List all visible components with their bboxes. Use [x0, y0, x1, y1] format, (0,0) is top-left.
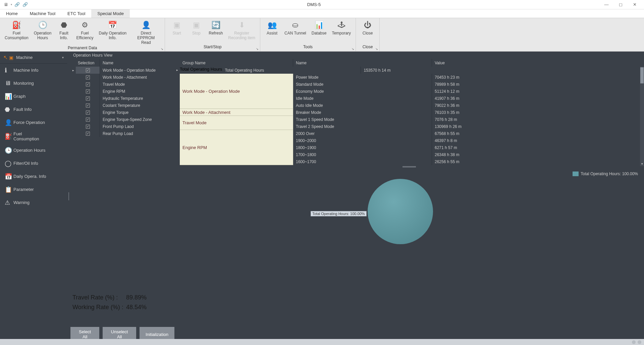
sidebar-item-fault-info[interactable]: ⬣Fault Info: [0, 103, 67, 116]
data-row[interactable]: Idle Mode41907 h 36 m: [293, 95, 640, 102]
data-row[interactable]: Total Operating Hours153570 h 14 m: [222, 67, 640, 74]
data-row[interactable]: 1900~200046397 h 8 m: [293, 137, 640, 144]
link-icon-1[interactable]: 🔗: [14, 2, 20, 8]
sidebar-item-operation-hours[interactable]: 🕒Operation Hours: [0, 144, 67, 157]
dialog-launcher-icon[interactable]: ↘: [375, 47, 378, 51]
data-value-cell: 51124 h 12 m: [432, 88, 640, 95]
ribbon-refresh[interactable]: 🔄Refresh: [206, 19, 225, 45]
ribbon-database[interactable]: 📊Databse: [309, 19, 329, 45]
sidebar-item-filter-oil-info[interactable]: ◯Filter/Oil Info: [0, 157, 67, 170]
sidebar-dropdown-icon[interactable]: ▾: [62, 56, 64, 59]
data-row[interactable]: Standard Mode78989 h 58 m: [293, 81, 640, 88]
checkbox[interactable]: ✓: [86, 125, 90, 129]
data-row[interactable]: Auto Idle Mode79022 h 36 m: [293, 102, 640, 109]
menu-tab-home[interactable]: Home: [0, 9, 24, 18]
checkbox[interactable]: ✓: [86, 75, 90, 79]
selection-row[interactable]: ✓Hydraulic Temperature: [70, 95, 174, 102]
checkbox[interactable]: ✓: [86, 89, 90, 93]
sidebar-item-machine-info[interactable]: ℹMachine Info: [0, 64, 67, 77]
ribbon-daily-operation-info[interactable]: 📅Daily OperationInfo.: [96, 19, 129, 46]
ribbon-fuel-consumption[interactable]: ⛽FuelConsumption: [2, 19, 31, 46]
data-row[interactable]: 2000 Over67568 h 55 m: [293, 130, 640, 137]
menu-tab-special-mode[interactable]: Special Mode: [91, 9, 130, 18]
fuel-consumption-icon: ⛽: [11, 20, 21, 30]
sidebar-item-label: Operation Hours: [13, 148, 45, 153]
checkbox[interactable]: ✓: [86, 132, 90, 136]
data-row[interactable]: Travel 1 Speed Mode7076 h 28 m: [293, 116, 640, 123]
monitor-icon[interactable]: 🖥: [3, 2, 9, 8]
sidebar-resize-handle[interactable]: [67, 52, 70, 345]
group-pointer: ▸: [174, 67, 180, 74]
selection-row[interactable]: ✓Engine Torque: [70, 109, 174, 116]
checkbox[interactable]: ✓: [86, 111, 90, 115]
sidebar-item-parameter[interactable]: 📋Parameter: [0, 183, 67, 196]
selection-row[interactable]: ✓Rear Pump Load: [70, 130, 174, 137]
sidebar-item-graph[interactable]: 📊Graph: [0, 90, 67, 103]
selection-row[interactable]: ✓Work Mode - Attachment: [70, 74, 174, 81]
sidebar-item-force-operation[interactable]: 👤Force Operation: [0, 116, 67, 129]
scrollbar-thumb[interactable]: [640, 67, 644, 83]
ribbon-close[interactable]: ⏻Close: [358, 19, 377, 45]
selection-row[interactable]: ✓Front Pump Laod: [70, 123, 174, 130]
dialog-launcher-icon[interactable]: ↘: [352, 47, 354, 51]
data-row[interactable]: Travel 2 Speed Mode130969 h 26 m: [293, 123, 640, 130]
link-icon-2[interactable]: 🔗: [22, 2, 28, 8]
scroll-down-icon[interactable]: ▾: [640, 162, 644, 165]
splitter-handle[interactable]: [402, 166, 416, 167]
selection-row[interactable]: ▸✓Work Mode - Operation Mode: [70, 67, 174, 74]
ribbon-can-tunnel[interactable]: ⛀CAN Tunnel: [282, 19, 309, 45]
status-bar: [0, 339, 644, 345]
dialog-launcher-icon[interactable]: ↘: [161, 47, 163, 51]
selection-row[interactable]: ✓Engine Torque-Speed Zone: [70, 116, 174, 123]
operation-hours-label: OperationHours: [34, 31, 52, 40]
checkbox[interactable]: ✓: [86, 82, 90, 86]
checkbox[interactable]: ✓: [86, 68, 90, 72]
force-operation-icon: 👤: [5, 119, 13, 126]
data-row[interactable]: 1600~170026256 h 55 m: [293, 158, 640, 165]
qat-dropdown[interactable]: ▾: [11, 3, 12, 6]
data-value-cell: 76103 h 35 m: [432, 109, 640, 116]
checkbox[interactable]: ✓: [86, 96, 90, 100]
selection-row[interactable]: ✓Engine RPM: [70, 88, 174, 95]
ribbon-operation-hours[interactable]: 🕒OperationHours: [31, 19, 54, 46]
sidebar-item-daily-opera-info[interactable]: 📅Daily Opera. Info: [0, 170, 67, 183]
data-row[interactable]: 1800~19006271 h 57 m: [293, 144, 640, 151]
ribbon-direct-epprom-read[interactable]: 👤DirectEPPROM Read: [129, 19, 163, 46]
dialog-launcher-icon[interactable]: ↘: [256, 47, 259, 51]
ribbon-temporary[interactable]: 🕹Temporary: [329, 19, 354, 45]
ribbon-fuel-efficiency[interactable]: ⚙FuelEfficiency: [73, 19, 96, 46]
temporary-icon: 🕹: [336, 20, 346, 30]
ribbon-fault-info[interactable]: ⬣FaultInfo.: [54, 19, 73, 46]
group-pointer: [174, 109, 180, 116]
close-window-button[interactable]: ✕: [628, 1, 641, 9]
data-row[interactable]: Breaker Mode76103 h 35 m: [293, 109, 640, 116]
data-row[interactable]: 1700~180026348 h 38 m: [293, 151, 640, 158]
maximize-button[interactable]: ◻: [614, 1, 627, 9]
data-row[interactable]: Economy Mode51124 h 12 m: [293, 88, 640, 95]
data-value-cell: 6271 h 57 m: [432, 144, 640, 151]
sidebar-item-fuel-consumption[interactable]: ⛽FuelConsumption: [0, 129, 67, 144]
sidebar-item-label: Graph: [13, 94, 25, 99]
ribbon-register-recording-item: ⬇RegisterRecording item: [225, 19, 258, 45]
selection-row[interactable]: ✓Travel Mode: [70, 81, 174, 88]
operation-hours-icon: 🕒: [5, 147, 13, 154]
sidebar-item-warning[interactable]: ⚠Warning: [0, 196, 67, 209]
minimize-button[interactable]: —: [600, 1, 613, 9]
can-tunnel-label: CAN Tunnel: [284, 31, 306, 36]
data-name-cell: Economy Mode: [293, 88, 432, 95]
data-grid-scrollbar[interactable]: ▾: [640, 67, 644, 166]
menu-tab-machine-tool[interactable]: Machine Tool: [24, 9, 61, 18]
checkbox[interactable]: ✓: [86, 104, 90, 108]
sidebar-header[interactable]: ↖ ▣ Machine ▾: [0, 52, 67, 64]
menu-tab-etc-tool[interactable]: ETC Tool: [61, 9, 91, 18]
data-name-cell: 1600~1700: [293, 158, 432, 165]
stop-icon: ▣: [191, 20, 201, 30]
ribbon-assist[interactable]: 👥Assist: [262, 19, 282, 45]
right-panel-spacer: [174, 52, 644, 59]
sidebar-item-monitoring[interactable]: 🖥Monitoring: [0, 77, 67, 90]
app-title: DMS-5: [28, 2, 600, 7]
checkbox[interactable]: ✓: [86, 118, 90, 122]
ribbon-group-start-stop: Start/Stop↘: [165, 45, 260, 51]
data-row[interactable]: Power Mode70453 h 23 m: [293, 74, 640, 81]
selection-row[interactable]: ✓Coolant Temperature: [70, 102, 174, 109]
